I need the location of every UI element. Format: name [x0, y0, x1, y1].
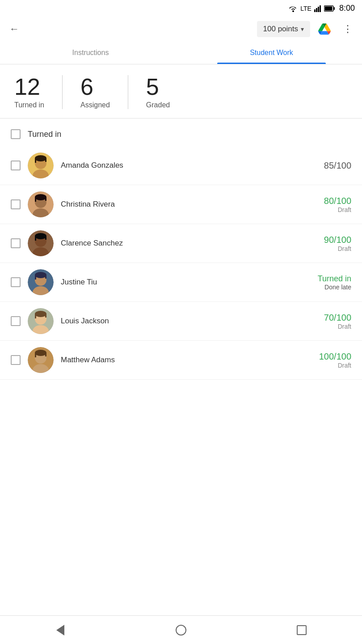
svg-rect-41	[35, 353, 36, 357]
stat-turned-in[interactable]: 12 Turned in	[14, 75, 62, 109]
student-score: 85/100	[302, 161, 351, 171]
svg-rect-42	[45, 353, 46, 356]
student-name: Justine Tiu	[61, 278, 295, 287]
svg-point-40	[35, 350, 46, 356]
battery-icon	[324, 5, 335, 12]
score-value: 90/100	[302, 235, 351, 245]
student-checkbox[interactable]	[11, 238, 21, 248]
avatar	[28, 230, 54, 256]
back-button[interactable]: ←	[5, 20, 23, 38]
score-draft: Draft	[302, 362, 351, 369]
avatar	[28, 191, 54, 217]
svg-rect-24	[45, 236, 46, 240]
svg-point-16	[35, 194, 46, 200]
student-score: 80/100 Draft	[302, 196, 351, 213]
svg-rect-2	[318, 7, 319, 12]
nav-back-button[interactable]	[49, 619, 72, 641]
student-checkbox[interactable]	[11, 199, 21, 209]
svg-rect-17	[35, 197, 36, 202]
svg-rect-6	[324, 6, 332, 10]
done-late: Done late	[302, 284, 351, 291]
score-value: 70/100	[302, 313, 351, 323]
wifi-icon	[289, 5, 298, 12]
svg-rect-0	[314, 9, 316, 12]
student-item-christina-rivera[interactable]: Christina Rivera 80/100 Draft	[0, 185, 362, 224]
student-name: Clarence Sanchez	[61, 239, 295, 248]
graded-count: 5	[146, 75, 159, 98]
student-score: 90/100 Draft	[302, 235, 351, 252]
student-item-amanda-gonzales[interactable]: Amanda Gonzales 85/100	[0, 146, 362, 185]
dropdown-arrow-icon: ▾	[301, 25, 304, 33]
svg-point-34	[35, 311, 46, 317]
svg-rect-35	[35, 314, 36, 318]
svg-rect-1	[316, 8, 317, 12]
stat-graded[interactable]: 5 Graded	[128, 75, 188, 109]
turned-in-status: Turned in	[302, 274, 351, 284]
student-item-justine-tiu[interactable]: Justine Tiu Turned in Done late	[0, 263, 362, 302]
avatar	[28, 308, 54, 334]
select-all-checkbox[interactable]	[11, 129, 21, 139]
avatar	[28, 153, 54, 178]
tab-instructions[interactable]: Instructions	[0, 42, 181, 64]
student-checkbox[interactable]	[11, 161, 21, 170]
svg-rect-11	[35, 158, 36, 163]
avatar	[28, 347, 54, 373]
student-checkbox[interactable]	[11, 316, 21, 326]
more-options-icon[interactable]: ⋮	[339, 20, 357, 38]
score-value: 100/100	[302, 352, 351, 362]
lte-icon: LTE	[300, 5, 311, 12]
student-list: Amanda Gonzales 85/100 Christina Rivera …	[0, 146, 362, 380]
student-checkbox[interactable]	[11, 277, 21, 287]
svg-rect-12	[45, 158, 46, 162]
svg-rect-5	[333, 7, 335, 10]
avatar	[28, 269, 54, 295]
back-triangle-icon	[56, 625, 64, 636]
score-value: 85/100	[302, 161, 351, 171]
stats-row: 12 Turned in 6 Assigned 5 Graded	[0, 64, 362, 119]
student-item-matthew-adams[interactable]: Matthew Adams 100/100 Draft	[0, 341, 362, 380]
stat-assigned[interactable]: 6 Assigned	[62, 75, 128, 109]
top-bar: ← 100 points ▾ ⋮	[0, 17, 362, 42]
points-label: 100 points	[263, 25, 298, 34]
student-item-louis-jackson[interactable]: Louis Jackson 70/100 Draft	[0, 302, 362, 341]
score-draft: Draft	[302, 206, 351, 213]
student-name: Louis Jackson	[61, 317, 295, 326]
svg-rect-30	[45, 275, 46, 279]
signal-icon	[314, 5, 321, 12]
student-checkbox[interactable]	[11, 355, 21, 365]
svg-rect-36	[45, 314, 46, 318]
recent-square-icon	[297, 625, 307, 635]
assigned-label: Assigned	[80, 101, 110, 109]
svg-rect-23	[35, 236, 36, 241]
svg-rect-18	[45, 197, 46, 201]
svg-point-10	[35, 155, 46, 161]
turned-in-count: 12	[14, 75, 40, 98]
student-name: Christina Rivera	[61, 200, 295, 209]
score-draft: Draft	[302, 245, 351, 252]
student-score: Turned in Done late	[302, 274, 351, 291]
section-header: Turned in	[0, 119, 362, 146]
svg-point-28	[35, 272, 46, 278]
points-dropdown[interactable]: 100 points ▾	[257, 21, 310, 37]
graded-label: Graded	[146, 101, 170, 109]
back-arrow-icon: ←	[9, 23, 19, 35]
status-time: 8:00	[339, 4, 355, 13]
home-circle-icon	[176, 625, 186, 636]
turned-in-label: Turned in	[14, 101, 44, 109]
score-draft: Draft	[302, 323, 351, 330]
nav-home-button[interactable]	[170, 619, 192, 641]
student-score: 70/100 Draft	[302, 313, 351, 330]
score-value: 80/100	[302, 196, 351, 206]
svg-rect-3	[320, 5, 321, 12]
student-name: Matthew Adams	[61, 356, 295, 364]
student-score: 100/100 Draft	[302, 352, 351, 369]
student-item-clarence-sanchez[interactable]: Clarence Sanchez 90/100 Draft	[0, 224, 362, 263]
tabs: Instructions Student Work	[0, 42, 362, 64]
student-name: Amanda Gonzales	[61, 161, 295, 170]
status-bar: LTE 8:00	[0, 0, 362, 17]
svg-point-22	[35, 233, 46, 239]
nav-recent-button[interactable]	[290, 619, 313, 641]
svg-rect-29	[35, 275, 36, 280]
drive-icon[interactable]	[316, 20, 333, 38]
tab-student-work[interactable]: Student Work	[181, 42, 362, 64]
